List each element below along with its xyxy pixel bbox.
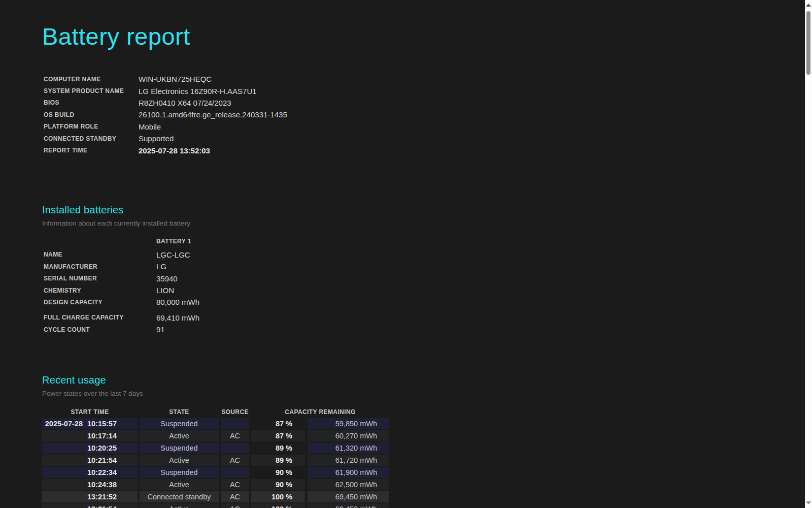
usage-source-cell: AC — [221, 479, 249, 490]
usage-state-cell: Suspended — [140, 467, 219, 478]
usage-start-time: 10:24:38 — [87, 481, 117, 489]
battery-info-row: DESIGN CAPACITY 80,000 mWh — [42, 296, 805, 308]
system-info-label: CONNECTED STANDBY — [44, 135, 139, 142]
installed-batteries-heading: Installed batteries — [42, 204, 805, 216]
battery-info-value: 69,410 mWh — [156, 313, 199, 322]
system-info-row: REPORT TIME 2025-07-28 13:52:03 — [42, 144, 805, 156]
system-info-label: PLATFORM ROLE — [44, 123, 139, 130]
battery-info-label: DESIGN CAPACITY — [44, 299, 156, 306]
battery-info-value: LG — [156, 262, 166, 271]
system-info-value: 26100.1.amd64fre.ge_release.240331-1435 — [139, 110, 287, 119]
usage-capacity-mwh-cell: 60,270 mWh — [308, 430, 389, 441]
usage-start-time-cell: 10:17:14 — [42, 430, 138, 441]
battery-info-label: MANUFACTURER — [44, 263, 156, 270]
usage-start-time: 10:17:14 — [87, 432, 117, 440]
battery-info-label: CHEMISTRY — [44, 287, 156, 294]
usage-start-time-cell: 10:20:25 — [42, 442, 138, 454]
battery-info-value: 35940 — [156, 274, 178, 283]
usage-source-cell — [221, 442, 249, 454]
battery-info-block: NAME LGC-LGC MANUFACTURER LG SERIAL NUMB… — [42, 249, 805, 336]
usage-source-cell — [221, 467, 249, 478]
battery-info-label: SERIAL NUMBER — [44, 275, 156, 282]
page-title: Battery report — [42, 23, 805, 50]
usage-state-cell: Suspended — [140, 442, 219, 454]
usage-source-cell: AC — [221, 455, 249, 466]
system-info-label: COMPUTER NAME — [44, 76, 139, 83]
usage-capacity-mwh-cell: 59,850 mWh — [308, 418, 389, 429]
usage-state-cell: Connected standby — [140, 491, 219, 502]
battery-info-row: MANUFACTURER LG — [42, 261, 805, 272]
vertical-scrollbar[interactable] — [805, 0, 812, 508]
usage-source-cell — [221, 418, 249, 429]
battery-info-value: 91 — [156, 325, 165, 334]
battery-info-label: CYCLE COUNT — [44, 326, 156, 333]
system-info-label: OS BUILD — [44, 111, 139, 118]
usage-capacity-mwh-cell: 69,450 mWh — [308, 491, 389, 502]
usage-start-time: 10:20:25 — [87, 444, 117, 452]
usage-capacity-percent-cell: 100 % — [251, 503, 305, 508]
system-info-row: CONNECTED STANDBY Supported — [42, 133, 805, 144]
system-info-label: BIOS — [44, 99, 139, 106]
system-info-row: COMPUTER NAME WIN-UKBN725HEQC — [42, 73, 805, 85]
usage-start-time: 10:22:34 — [87, 468, 117, 477]
usage-capacity-percent-cell: 87 % — [251, 430, 305, 441]
usage-start-time: 13:21:54 — [87, 505, 117, 508]
usage-start-time-cell: 10:21:54 — [42, 455, 138, 466]
usage-capacity-mwh-cell: 62,500 mWh — [308, 479, 389, 490]
system-info-value: Mobile — [139, 122, 161, 131]
system-info-label: REPORT TIME — [44, 147, 139, 154]
battery-info-label: NAME — [44, 251, 156, 258]
usage-table-row: 10:20:25 Suspended 89 % 61,320 mWh — [42, 442, 389, 454]
column-header-source: SOURCE — [221, 408, 249, 416]
usage-capacity-percent-cell: 89 % — [251, 455, 305, 466]
usage-state-cell: Active — [140, 455, 219, 466]
system-info-row: OS BUILD 26100.1.amd64fre.ge_release.240… — [42, 109, 805, 120]
usage-table-body: 2025-07-28 10:15:57 Suspended 87 % 59,85… — [42, 418, 389, 508]
usage-table-row: 10:22:34 Suspended 90 % 61,900 mWh — [42, 467, 389, 478]
battery-info-label: FULL CHARGE CAPACITY — [44, 314, 156, 321]
usage-table-row: 13:21:54 Active AC 100 % 69,450 mWh — [42, 503, 389, 508]
recent-usage-heading: Recent usage — [42, 374, 805, 386]
scroll-up-arrow-icon[interactable] — [806, 4, 811, 7]
battery-column-header: BATTERY 1 — [42, 238, 805, 247]
usage-source-cell: AC — [221, 491, 249, 502]
usage-source-cell: AC — [221, 503, 249, 508]
scrollbar-thumb[interactable] — [806, 11, 810, 75]
usage-source-cell: AC — [221, 430, 249, 441]
usage-start-time: 13:21:52 — [87, 493, 117, 501]
system-info-value: Supported — [139, 134, 174, 143]
usage-capacity-percent-cell: 89 % — [251, 442, 305, 454]
usage-capacity-mwh-cell: 61,720 mWh — [308, 455, 389, 466]
system-info-block: COMPUTER NAME WIN-UKBN725HEQC SYSTEM PRO… — [42, 73, 805, 156]
usage-state-cell: Active — [140, 430, 219, 441]
installed-batteries-subtitle: Information about each currently install… — [42, 219, 805, 228]
battery-info-value: LGC-LGC — [156, 250, 190, 259]
usage-start-time-cell: 13:21:52 — [42, 491, 138, 502]
system-info-value: R8ZH0410 X64 07/24/2023 — [139, 99, 231, 107]
usage-capacity-percent-cell: 90 % — [251, 479, 305, 490]
usage-capacity-percent-cell: 100 % — [251, 491, 305, 502]
column-header-state: STATE — [140, 408, 219, 416]
column-header-capacity-remaining: CAPACITY REMAINING — [251, 408, 389, 416]
system-info-value: WIN-UKBN725HEQC — [139, 75, 212, 83]
system-info-row: BIOS R8ZH0410 X64 07/24/2023 — [42, 97, 805, 109]
battery-info-row: NAME LGC-LGC — [42, 249, 805, 261]
system-info-value: LG Electronics 16Z90R-H.AAS7U1 — [139, 87, 257, 96]
usage-capacity-mwh-cell: 61,320 mWh — [308, 442, 389, 454]
usage-start-time: 10:15:57 — [87, 420, 117, 428]
usage-start-time-cell: 10:24:38 — [42, 479, 138, 490]
system-info-row: SYSTEM PRODUCT NAME LG Electronics 16Z90… — [42, 85, 805, 97]
usage-table-header: START TIME STATE SOURCE CAPACITY REMAINI… — [42, 407, 389, 417]
battery-info-row: FULL CHARGE CAPACITY 69,410 mWh — [42, 312, 805, 324]
usage-capacity-percent-cell: 90 % — [251, 467, 305, 478]
usage-state-cell: Suspended — [140, 418, 219, 429]
usage-start-time-cell: 13:21:54 — [42, 503, 138, 508]
usage-table-row: 10:24:38 Active AC 90 % 62,500 mWh — [42, 479, 389, 490]
column-header-start-time: START TIME — [42, 408, 138, 416]
usage-start-date: 2025-07-28 — [45, 420, 83, 428]
usage-state-cell: Active — [140, 479, 219, 490]
scroll-down-arrow-icon[interactable] — [806, 501, 811, 504]
battery-report-page: Battery report COMPUTER NAME WIN-UKBN725… — [0, 0, 805, 508]
usage-capacity-mwh-cell: 61,900 mWh — [308, 467, 389, 478]
usage-start-time-cell: 10:22:34 — [42, 467, 138, 478]
